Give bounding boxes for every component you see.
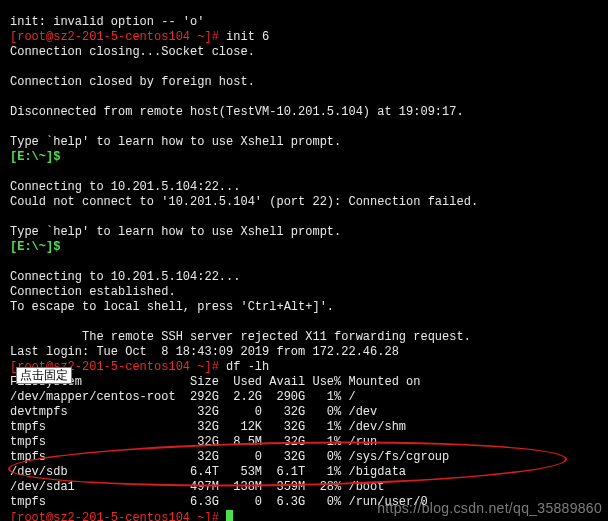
line: Connecting to 10.201.5.104:22... <box>10 180 240 194</box>
table-row: tmpfs 32G 8.5M 32G 1% /run <box>10 435 377 449</box>
shell-prompt: [root@sz2-201-5-centos104 ~]# <box>10 30 219 44</box>
line: Disconnected from remote host(TestVM-10.… <box>10 105 464 119</box>
line: df -lh <box>219 360 269 374</box>
line <box>10 330 82 344</box>
line: Could not connect to '10.201.5.104' (por… <box>10 195 478 209</box>
line <box>219 511 226 521</box>
pin-tooltip[interactable]: 点击固定 <box>16 367 72 384</box>
line: The remote SSH server rejected X11 forwa… <box>82 330 471 344</box>
local-prompt: [E:\~]$ <box>10 150 60 164</box>
line: Connection closing...Socket close. <box>10 45 255 59</box>
table-row: /dev/mapper/centos-root 292G 2.2G 290G 1… <box>10 390 356 404</box>
local-prompt: [E:\~]$ <box>10 240 60 254</box>
table-row: tmpfs 32G 12K 32G 1% /dev/shm <box>10 420 406 434</box>
line <box>60 150 67 164</box>
table-row: tmpfs 6.3G 0 6.3G 0% /run/user/0 <box>10 495 428 509</box>
terminal-output[interactable]: init: invalid option -- 'o' [root@sz2-20… <box>0 0 608 521</box>
line: To escape to local shell, press 'Ctrl+Al… <box>10 300 334 314</box>
line: Type `help' to learn how to use Xshell p… <box>10 225 341 239</box>
line <box>60 240 67 254</box>
line: init 6 <box>219 30 269 44</box>
shell-prompt: [root@sz2-201-5-centos104 ~]# <box>10 511 219 521</box>
line: init: invalid option -- 'o' <box>10 15 204 29</box>
table-row: tmpfs 32G 0 32G 0% /sys/fs/cgroup <box>10 450 449 464</box>
table-row: /dev/sda1 497M 138M 359M 28% /boot <box>10 480 384 494</box>
line: Connection closed by foreign host. <box>10 75 255 89</box>
line: Last login: Tue Oct 8 18:43:09 2019 from… <box>10 345 399 359</box>
table-row: devtmpfs 32G 0 32G 0% /dev <box>10 405 377 419</box>
cursor <box>226 510 233 521</box>
line: Connecting to 10.201.5.104:22... <box>10 270 240 284</box>
line: Connection established. <box>10 285 176 299</box>
watermark: https://blog.csdn.net/qq_35889860 <box>377 500 602 516</box>
line: Type `help' to learn how to use Xshell p… <box>10 135 341 149</box>
table-row: /dev/sdb 6.4T 53M 6.1T 1% /bigdata <box>10 465 406 479</box>
